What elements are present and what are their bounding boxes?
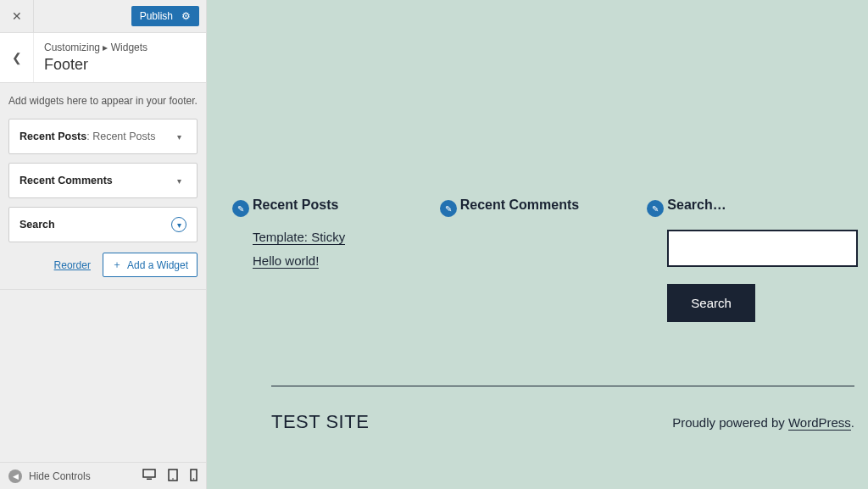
footer-widget-recent-posts: ✎ Recent Posts Template: Sticky Hello wo… xyxy=(253,197,443,322)
widget-subtitle: : Recent Posts xyxy=(86,131,155,142)
recent-post-link[interactable]: Hello world! xyxy=(253,253,319,269)
widget-title: Recent Comments xyxy=(19,175,113,186)
widget-item-label: Recent Comments xyxy=(19,175,113,186)
section-description: Add widgets here to appear in your foote… xyxy=(0,83,206,119)
footer-widget-search: ✎ Search… Search xyxy=(667,197,858,322)
tablet-preview-icon[interactable] xyxy=(168,469,178,484)
chevron-down-circled-icon: ▾ xyxy=(171,217,186,232)
mobile-preview-icon[interactable] xyxy=(190,469,198,484)
collapse-left-icon: ◀ xyxy=(8,470,22,483)
footer-divider xyxy=(271,386,854,386)
chevron-down-icon: ▾ xyxy=(171,129,186,144)
hide-controls-button[interactable]: ◀ Hide Controls xyxy=(8,470,91,483)
widget-item-recent-posts[interactable]: Recent Posts: Recent Posts ▾ xyxy=(8,119,198,154)
device-preview-toggles xyxy=(142,469,198,484)
plus-icon: ＋ xyxy=(112,258,122,272)
widget-item-label: Search xyxy=(19,219,55,231)
publish-wrap: Publish ⚙ xyxy=(34,0,206,32)
recent-post-link[interactable]: Template: Sticky xyxy=(253,230,345,245)
close-customizer-button[interactable]: ✕ xyxy=(0,0,34,32)
site-footer-bar: TEST SITE Proudly powered by WordPress. xyxy=(271,411,854,433)
breadcrumb-text: Customizing ▸ Widgets Footer xyxy=(34,33,158,82)
pencil-icon: ✎ xyxy=(237,204,244,214)
widget-item-search[interactable]: Search ▾ xyxy=(8,207,198,242)
gear-icon: ⚙ xyxy=(181,10,191,22)
widget-title: Search xyxy=(19,219,55,231)
breadcrumb: Customizing ▸ Widgets xyxy=(44,42,147,53)
svg-rect-0 xyxy=(143,470,155,477)
edit-widget-recent-comments[interactable]: ✎ xyxy=(440,200,457,217)
reorder-link[interactable]: Reorder xyxy=(54,259,91,271)
recent-comments-heading: Recent Comments xyxy=(460,197,651,213)
edit-widget-search[interactable]: ✎ xyxy=(647,200,664,217)
powered-suffix: . xyxy=(851,415,854,430)
add-widget-label: Add a Widget xyxy=(127,259,188,271)
sidebar-bottom-bar: ◀ Hide Controls xyxy=(0,462,206,489)
search-input[interactable] xyxy=(667,230,858,267)
add-widget-button[interactable]: ＋ Add a Widget xyxy=(103,253,198,277)
page-title: Footer xyxy=(44,56,147,74)
close-icon: ✕ xyxy=(12,9,22,23)
footer-widget-recent-comments: ✎ Recent Comments xyxy=(460,197,651,322)
breadcrumb-row: ❮ Customizing ▸ Widgets Footer xyxy=(0,32,206,83)
chevron-left-icon: ❮ xyxy=(12,51,22,64)
breadcrumb-part2: Widgets xyxy=(111,42,147,53)
chevron-down-icon: ▾ xyxy=(171,173,186,188)
svg-point-5 xyxy=(193,478,195,480)
search-button[interactable]: Search xyxy=(667,284,755,322)
breadcrumb-separator-icon: ▸ xyxy=(103,42,108,53)
hide-controls-label: Hide Controls xyxy=(29,470,91,482)
widget-title: Recent Posts xyxy=(19,131,86,142)
widget-item-label: Recent Posts: Recent Posts xyxy=(19,131,156,142)
sidebar-top-bar: ✕ Publish ⚙ xyxy=(0,0,206,32)
pencil-icon: ✎ xyxy=(652,204,659,214)
back-button[interactable]: ❮ xyxy=(0,33,34,82)
site-preview: ✎ Recent Posts Template: Sticky Hello wo… xyxy=(207,0,868,489)
powered-prefix: Proudly powered by xyxy=(672,415,788,430)
svg-point-3 xyxy=(172,478,174,480)
edit-widget-recent-posts[interactable]: ✎ xyxy=(232,200,249,217)
search-label: Search… xyxy=(667,197,858,213)
pencil-icon: ✎ xyxy=(445,204,452,214)
publish-button-label: Publish xyxy=(140,10,173,22)
site-title: TEST SITE xyxy=(271,411,369,433)
publish-button[interactable]: Publish ⚙ xyxy=(131,6,199,26)
widget-item-recent-comments[interactable]: Recent Comments ▾ xyxy=(8,163,198,198)
recent-posts-heading: Recent Posts xyxy=(253,197,443,213)
customizer-sidebar: ✕ Publish ⚙ ❮ Customizing ▸ Widgets Foot… xyxy=(0,0,207,489)
powered-by: Proudly powered by WordPress. xyxy=(672,415,854,430)
footer-widgets-area: ✎ Recent Posts Template: Sticky Hello wo… xyxy=(253,197,858,322)
svg-rect-1 xyxy=(147,478,152,480)
breadcrumb-part1: Customizing xyxy=(44,42,100,53)
widget-list: Recent Posts: Recent Posts ▾ Recent Comm… xyxy=(0,119,206,251)
widget-actions: Reorder ＋ Add a Widget xyxy=(0,251,206,290)
desktop-preview-icon[interactable] xyxy=(142,469,156,484)
wordpress-link[interactable]: WordPress xyxy=(788,415,851,431)
